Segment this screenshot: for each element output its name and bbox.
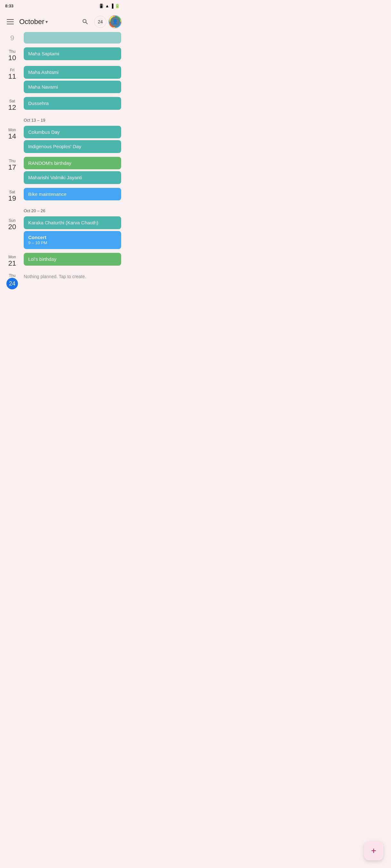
day-name-21: Mon: [8, 255, 16, 259]
avatar-inner: 👤: [110, 17, 120, 27]
wifi-icon: ▲: [105, 3, 109, 8]
month-title-container[interactable]: October ▾: [19, 18, 76, 26]
day-label-20: Sun 20: [4, 216, 21, 231]
day-num-14: 14: [8, 132, 16, 141]
event-karva-chauth[interactable]: Karaka Chaturthi (Karva Chauth): [24, 216, 121, 229]
day-name-19: Sat: [9, 190, 15, 194]
battery-icon: 🔋: [115, 3, 120, 8]
today-date-button[interactable]: 24: [94, 16, 106, 28]
day-label-11: Fri 11: [4, 66, 21, 81]
user-avatar[interactable]: 👤: [109, 16, 121, 28]
day-row-11: Fri 11 Maha Ashtami Maha Navami: [4, 66, 121, 93]
week-separator-oct20-26: Oct 20 – 26: [24, 208, 121, 213]
day-row-12: Sat 12 Dussehra: [4, 97, 121, 112]
search-icon: [82, 18, 89, 25]
event-dussehra[interactable]: Dussehra: [24, 97, 121, 110]
chevron-down-icon: ▾: [46, 19, 48, 24]
day-label-10: Thu 10: [4, 48, 21, 62]
nothing-planned-text[interactable]: Nothing planned. Tap to create.: [24, 271, 121, 279]
event-indigenous-peoples-day[interactable]: Indigenous Peoples' Day: [24, 140, 121, 153]
app-header: October ▾ 24 👤: [0, 11, 125, 32]
day-row-9: 9: [4, 32, 121, 43]
event-random-birthday[interactable]: RANDOM's birthday: [24, 157, 121, 169]
day-num-24-today: 24: [6, 278, 18, 289]
day-label-12: Sat 12: [4, 97, 21, 112]
day-events-9: [24, 32, 121, 43]
search-button[interactable]: [79, 16, 92, 28]
day-events-17: RANDOM's birthday Maharishi Valmiki Jaya…: [24, 157, 121, 184]
day-name-10: Thu: [9, 49, 16, 54]
day-events-11: Maha Ashtami Maha Navami: [24, 66, 121, 93]
header-actions: 24 👤: [79, 16, 121, 28]
status-time: 8:33: [5, 3, 13, 8]
day-row-19: Sat 19 Bike maintenance: [4, 188, 121, 203]
signal-icon: ▐: [111, 3, 113, 8]
day-events-24: Nothing planned. Tap to create.: [24, 271, 121, 279]
event-partial-top[interactable]: [24, 32, 121, 43]
day-label-19: Sat 19: [4, 188, 21, 203]
event-maharishi-valmiki-jayanti[interactable]: Maharishi Valmiki Jayanti: [24, 171, 121, 184]
vibrate-icon: 📳: [99, 3, 104, 8]
event-maha-ashtami[interactable]: Maha Ashtami: [24, 66, 121, 79]
day-label-24: Thu 24: [4, 271, 21, 289]
event-concert-title: Concert: [28, 234, 117, 241]
day-num-21: 21: [8, 259, 16, 268]
month-title: October: [19, 18, 44, 26]
status-icons: 📳 ▲ ▐ 🔋: [99, 3, 120, 8]
day-name-20: Sun: [9, 218, 16, 223]
day-name-14: Mon: [8, 128, 16, 132]
day-num-11: 11: [8, 72, 16, 81]
day-label-17: Thu 17: [4, 157, 21, 172]
hamburger-icon: [7, 19, 14, 24]
day-label-21: Mon 21: [4, 253, 21, 268]
event-bike-maintenance[interactable]: Bike maintenance: [24, 188, 121, 201]
event-columbus-day[interactable]: Columbus Day: [24, 126, 121, 138]
day-events-20: Karaka Chaturthi (Karva Chauth) Concert …: [24, 216, 121, 249]
day-events-12: Dussehra: [24, 97, 121, 110]
event-lol-birthday[interactable]: Lol's birthday: [24, 253, 121, 266]
day-num-19: 19: [8, 194, 16, 203]
event-maha-saptami[interactable]: Maha Saptami: [24, 48, 121, 60]
today-date-label: 24: [98, 19, 103, 24]
day-row-24: Thu 24 Nothing planned. Tap to create.: [4, 271, 121, 289]
day-label-9: 9: [4, 32, 21, 42]
status-bar: 8:33 📳 ▲ ▐ 🔋: [0, 0, 125, 11]
day-row-14: Mon 14 Columbus Day Indigenous Peoples' …: [4, 126, 121, 153]
day-row-17: Thu 17 RANDOM's birthday Maharishi Valmi…: [4, 157, 121, 184]
day-name-11: Fri: [10, 68, 15, 72]
calendar-content: 9 Thu 10 Maha Saptami Fri 11 Maha Ashtam…: [0, 32, 125, 325]
day-row-10: Thu 10 Maha Saptami: [4, 48, 121, 62]
day-events-19: Bike maintenance: [24, 188, 121, 201]
day-events-21: Lol's birthday: [24, 253, 121, 266]
day-num-17: 17: [8, 163, 16, 172]
day-label-14: Mon 14: [4, 126, 21, 141]
day-row-20: Sun 20 Karaka Chaturthi (Karva Chauth) C…: [4, 216, 121, 249]
menu-button[interactable]: [4, 16, 17, 28]
event-maha-navami[interactable]: Maha Navami: [24, 81, 121, 93]
day-name-24: Thu: [9, 273, 16, 278]
week-separator-oct13-19: Oct 13 – 19: [24, 118, 121, 123]
day-name-17: Thu: [9, 159, 16, 163]
day-name-12: Sat: [9, 99, 15, 103]
day-events-10: Maha Saptami: [24, 48, 121, 60]
day-num-12: 12: [8, 103, 16, 112]
day-row-21: Mon 21 Lol's birthday: [4, 253, 121, 268]
day-events-14: Columbus Day Indigenous Peoples' Day: [24, 126, 121, 153]
day-num-9: 9: [10, 34, 14, 42]
event-concert-time: 9 – 10 PM: [28, 240, 117, 246]
day-num-20: 20: [8, 223, 16, 231]
event-concert[interactable]: Concert 9 – 10 PM: [24, 231, 121, 249]
day-num-10: 10: [8, 54, 16, 62]
